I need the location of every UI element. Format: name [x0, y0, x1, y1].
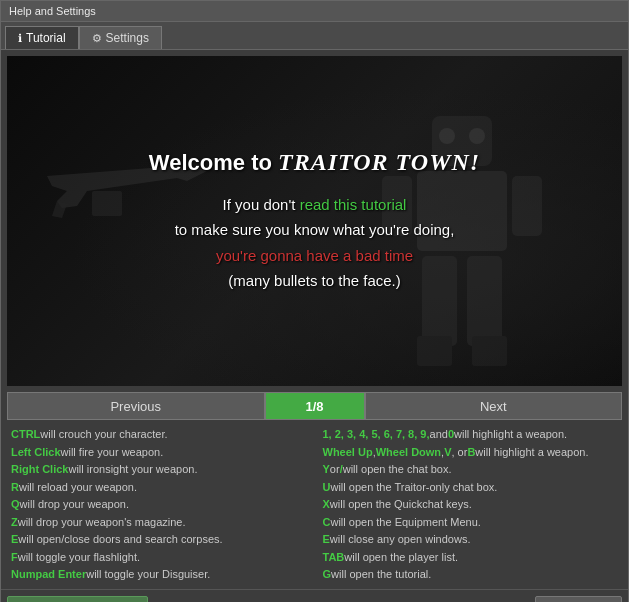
line1-green: read this tutorial	[300, 196, 407, 213]
list-item: U will open the Traitor-only chat box.	[323, 479, 619, 496]
list-item: Numpad Enter will toggle your Disguiser.	[11, 566, 307, 583]
previous-button[interactable]: Previous	[7, 392, 265, 420]
next-button[interactable]: Next	[365, 392, 623, 420]
svg-rect-10	[472, 336, 507, 366]
title-italic: Traitor Town!	[278, 149, 480, 175]
tutorial-image: Welcome to Traitor Town! If you don't re…	[7, 56, 622, 386]
content-area: Welcome to Traitor Town! If you don't re…	[1, 50, 628, 589]
title-prefix: Welcome to	[149, 150, 278, 175]
list-item: Wheel Up, Wheel Down, V, or B will highl…	[323, 444, 619, 461]
list-item: Right Click will ironsight your weapon.	[11, 461, 307, 478]
line4: (many bullets to the face.)	[228, 272, 401, 289]
list-item: F will toggle your flashlight.	[11, 549, 307, 566]
settings-icon: ⚙	[92, 32, 102, 45]
tutorial-title: Welcome to Traitor Town!	[149, 149, 480, 176]
list-item: X will open the Quickchat keys.	[323, 496, 619, 513]
list-item: R will reload your weapon.	[11, 479, 307, 496]
progress-indicator: 1/8	[265, 392, 365, 420]
list-item: E will close any open windows.	[323, 531, 619, 548]
list-item: 1, 2, 3, 4, 5, 6, 7, 8, 9, and 0 will hi…	[323, 426, 619, 443]
tab-tutorial[interactable]: ℹ Tutorial	[5, 26, 79, 49]
line2: to make sure you know what you're doing,	[175, 221, 455, 238]
keybinds-area: CTRL will crouch your character. Left Cl…	[7, 426, 622, 583]
list-item: G will open the tutorial.	[323, 566, 619, 583]
list-item: Left Click will fire your weapon.	[11, 444, 307, 461]
title-bar: Help and Settings	[1, 1, 628, 22]
close-button[interactable]: Close [E]	[535, 596, 622, 603]
main-window: Help and Settings ℹ Tutorial ⚙ Settings	[0, 0, 629, 602]
svg-rect-6	[512, 176, 542, 236]
svg-rect-0	[92, 191, 122, 216]
list-item: Y or / will open the chat box.	[323, 461, 619, 478]
window-title: Help and Settings	[9, 5, 96, 17]
svg-rect-9	[417, 336, 452, 366]
back-to-main-menu-button[interactable]: Back to Main Menu	[7, 596, 148, 603]
line1-prefix: If you don't	[223, 196, 300, 213]
list-item: CTRL will crouch your character.	[11, 426, 307, 443]
list-item: E will open/close doors and search corps…	[11, 531, 307, 548]
list-item: Z will drop your weapon's magazine.	[11, 514, 307, 531]
tab-settings[interactable]: ⚙ Settings	[79, 26, 162, 49]
list-item: TAB will open the player list.	[323, 549, 619, 566]
tutorial-text-block: Welcome to Traitor Town! If you don't re…	[129, 129, 500, 314]
navigation-bar: Previous 1/8 Next	[7, 392, 622, 420]
bottom-bar: Back to Main Menu Close [E]	[1, 589, 628, 603]
tutorial-body: If you don't read this tutorial to make …	[149, 192, 480, 294]
line3-red: you're gonna have a bad time	[216, 247, 413, 264]
tab-tutorial-label: Tutorial	[26, 31, 66, 45]
tab-bar: ℹ Tutorial ⚙ Settings	[1, 22, 628, 50]
keybinds-left-column: CTRL will crouch your character. Left Cl…	[11, 426, 307, 583]
list-item: C will open the Equipment Menu.	[323, 514, 619, 531]
tab-settings-label: Settings	[106, 31, 149, 45]
list-item: Q will drop your weapon.	[11, 496, 307, 513]
tutorial-icon: ℹ	[18, 32, 22, 45]
keybinds-right-column: 1, 2, 3, 4, 5, 6, 7, 8, 9, and 0 will hi…	[323, 426, 619, 583]
